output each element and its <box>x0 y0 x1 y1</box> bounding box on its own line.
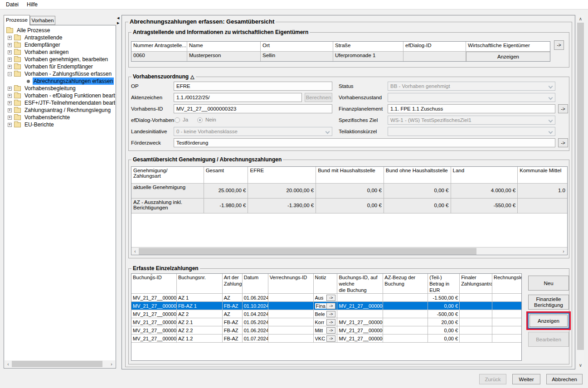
cell-nr: FB-AZ 1 <box>177 302 223 310</box>
menu-hilfe[interactable]: Hilfe <box>23 0 42 9</box>
radio-nein-label: Nein <box>205 117 216 122</box>
col-buchungs-id-ref[interactable]: Buchungs-ID, auf welche die Buchung <box>337 274 383 294</box>
scroll-left-icon[interactable]: ‹ <box>5 360 12 368</box>
vorhabens-id-field[interactable]: MV_21_27__0000000323 <box>174 104 332 113</box>
col-finaler-zahlungsantrag[interactable]: Finaler Zahlungsantrag <box>460 274 492 294</box>
cell-bund-mit: 0,00 € <box>316 199 384 213</box>
eigentuemer-anzeigen-button[interactable]: Anzeigen <box>466 52 550 61</box>
col-buchungs-id[interactable]: ^Buchungs-ID <box>131 274 177 294</box>
payment-row-1[interactable]: MV_21_27__000000 AZ 1 AZ 01.06.2024 Aus-… <box>131 294 521 302</box>
payment-row-6[interactable]: MV_21_27__000000 AZ 1.2 FB-AZ 01.07.2024… <box>131 335 521 343</box>
finanzielle-berichtigung-button[interactable]: Finanzielle Berichtigung <box>528 295 569 310</box>
scroll-down-icon[interactable]: ∨ <box>577 361 584 369</box>
overview-row-az: AZ - Auszahlung inkl. Berichtigungen -1.… <box>131 199 567 213</box>
expand-icon[interactable]: + <box>8 50 12 54</box>
op-label: OP <box>131 82 139 91</box>
col-notiz[interactable]: Notiz <box>314 274 338 294</box>
applicant-detail-arrow-button[interactable]: -> <box>554 40 564 50</box>
tree-item-vorhaben-genehmigen[interactable]: + Vorhaben genehmigen, bearbeiten <box>5 56 115 63</box>
op-field[interactable]: EFRE <box>174 82 332 91</box>
aktenzeichen-field[interactable]: 1.1./00122/25/ <box>174 93 302 102</box>
tree-item-zahlungsfluesse[interactable]: − Vorhaben - Zahlungsflüsse erfassen <box>5 70 115 78</box>
splitter-expand-right-icon[interactable]: ▶ <box>117 21 121 25</box>
neu-button[interactable]: Neu <box>528 276 569 291</box>
col-buchungsnr[interactable]: Buchungsnr. <box>177 274 223 294</box>
tree-item-vorhabensbegleitung[interactable]: + Vorhabensbegleitung <box>5 85 115 92</box>
cell-bund-ohne: 0,00 € <box>384 184 451 199</box>
warning-triangle-icon: △ <box>190 74 194 79</box>
tree-item-zahlungsantrag[interactable]: + Zahlungsantrag / Rechnungslegung <box>5 107 115 114</box>
main-vscrollbar-thumb[interactable] <box>577 23 584 350</box>
tree-item-antragstellende[interactable]: + Antragstellende <box>5 34 115 41</box>
notiz-arrow-button[interactable]: -> <box>326 311 335 317</box>
col-verrechnungs-id[interactable]: Verrechnungs-ID <box>268 274 314 294</box>
payment-row-4[interactable]: MV_21_27__000000 AZ 2.1 FB-AZ 01.05.2024… <box>131 318 521 326</box>
splitter-collapse-left-icon[interactable]: ◀ <box>117 16 121 20</box>
tree-item-alle-prozesse[interactable]: Alle Prozesse <box>5 27 115 34</box>
tree-item-efdialog-funktionen[interactable]: + Vorhaben - efDialog Funktionen bearbei… <box>5 92 115 99</box>
cell-verrechnung <box>268 310 314 318</box>
expand-icon[interactable]: + <box>8 36 12 40</box>
scroll-right-icon[interactable]: › <box>560 247 567 255</box>
payment-row-3[interactable]: MV_21_27__000000 AZ 2 AZ 01.04.2024 Bele… <box>131 310 521 318</box>
cell-gesamt: 25.000,00 € <box>204 184 248 199</box>
payments-header-row: ^Buchungs-ID Buchungsnr. Art der Zahlung… <box>131 274 521 294</box>
col-rechnungslegung[interactable]: Rechnungslegung <box>492 274 521 294</box>
expand-icon[interactable]: + <box>8 65 12 69</box>
tree-hscrollbar[interactable]: ‹ › <box>5 360 115 368</box>
tree-item-esf-jtf[interactable]: + ESF+/JTF-Teilnehmendendaten bearbeiten <box>5 99 115 107</box>
expand-icon[interactable]: + <box>8 58 12 62</box>
overview-hscrollbar[interactable]: ‹ › <box>131 247 567 255</box>
notiz-arrow-button[interactable]: -> <box>326 319 335 325</box>
col-genehmigung-zahlungsart: Genehmigung/ Zahlungsart <box>131 167 204 184</box>
payment-row-2-selected[interactable]: MV_21_27__000000 FB-AZ 1 FB-AZ 01.10.202… <box>131 302 521 310</box>
col-art-der-zahlung[interactable]: Art der Zahlung <box>223 274 243 294</box>
notiz-arrow-button[interactable]: -> <box>326 295 335 301</box>
expand-icon[interactable]: + <box>8 116 12 120</box>
folder-icon <box>14 122 21 127</box>
expand-icon[interactable]: + <box>8 87 12 91</box>
scroll-right-icon[interactable]: › <box>108 360 115 368</box>
cell-art: AZ <box>223 294 243 302</box>
col-teil-betrag[interactable]: (Teil-) Betrag in EUR <box>428 274 460 294</box>
expand-icon[interactable]: + <box>8 43 12 47</box>
notiz-arrow-button[interactable]: -> <box>326 327 335 334</box>
collapse-icon[interactable]: − <box>8 72 12 76</box>
anzeigen-button[interactable]: Anzeigen <box>528 313 569 329</box>
cell-datum: 01.06.2024 <box>243 294 268 302</box>
tree-item-eu-berichte[interactable]: + EU-Berichte <box>5 121 115 128</box>
finanzplanelement-field[interactable]: 1.1. FPE 1.1 Zuschuss <box>388 104 555 113</box>
cell-ref: MV_21_27__000000 <box>337 335 383 343</box>
expand-icon[interactable]: + <box>8 94 12 98</box>
tree-item-vorhabensberichte[interactable]: + Vorhabensberichte <box>5 114 115 121</box>
foerderzweck-arrow-button[interactable]: -> <box>558 138 568 147</box>
tab-prozesse[interactable]: Prozesse <box>4 15 30 25</box>
tree-item-abrechnungszahlungen[interactable]: Abrechnungszahlungen erfassen <box>5 78 115 85</box>
expand-icon[interactable]: + <box>8 108 12 112</box>
col-datum[interactable]: Datum <box>243 274 268 294</box>
finanzplanelement-arrow-button[interactable]: -> <box>558 104 568 113</box>
tree-item-endempfaenger[interactable]: + Endempfänger <box>5 41 115 48</box>
expand-icon[interactable]: + <box>8 123 12 127</box>
notiz-arrow-button[interactable]: -> <box>326 335 335 342</box>
col-az-bezug[interactable]: AZ-Bezug der Buchung <box>383 274 428 294</box>
cell-datum: 01.10.2024 <box>243 302 268 310</box>
foerderzweck-field[interactable]: Testförderung <box>174 138 555 147</box>
tree-hscrollbar-thumb[interactable] <box>12 361 102 367</box>
payment-row-5[interactable]: MV_21_27__000000 AZ 2.2 FB-AZ 01.06.2024… <box>131 326 521 335</box>
cell-id: MV_21_27__000000 <box>131 318 177 326</box>
notiz-arrow-button[interactable]: -> <box>326 303 335 309</box>
abbrechen-button[interactable]: Abbrechen <box>546 374 583 384</box>
main-panel: Abrechnungszahlungen erfassen: Gesamtübe… <box>121 15 575 369</box>
folder-icon <box>6 28 13 33</box>
tab-vorhaben[interactable]: Vorhaben <box>30 16 55 25</box>
menu-datei[interactable]: Datei <box>2 0 23 9</box>
expand-icon[interactable]: + <box>8 101 12 105</box>
tree-item-vorhaben-anlegen[interactable]: + Vorhaben anlegen <box>5 48 115 56</box>
weiter-button[interactable]: Weiter <box>512 374 540 384</box>
scroll-up-icon[interactable]: ∧ <box>577 15 584 23</box>
overview-hscrollbar-thumb[interactable] <box>139 248 476 255</box>
scroll-left-icon[interactable]: ‹ <box>131 247 139 255</box>
main-vscrollbar[interactable]: ∧ ∨ <box>577 15 584 369</box>
tree-item-vorhaben-endempfaenger[interactable]: + Vorhaben für Endempfänger <box>5 63 115 70</box>
